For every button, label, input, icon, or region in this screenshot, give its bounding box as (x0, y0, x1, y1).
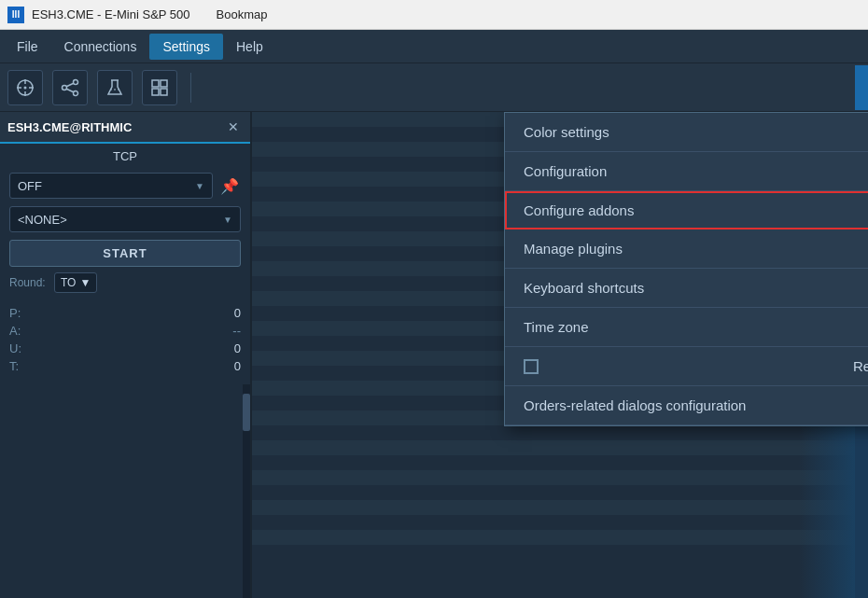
app-icon: III (7, 7, 24, 23)
toolbar (0, 63, 868, 112)
menu-item-time-zone[interactable]: Time zone ▶ (505, 308, 868, 347)
window-title: ESH3.CME - E-Mini S&P 500 (32, 7, 190, 21)
stat-label-u: U: (9, 341, 35, 355)
stat-label-t: T: (9, 359, 35, 373)
pin-icon[interactable]: 📌 (218, 175, 241, 197)
stat-value-a: -- (213, 324, 241, 338)
stat-value-t: 0 (213, 359, 241, 373)
svg-rect-16 (161, 89, 167, 95)
chart-area: Color settings Configuration Configure a… (252, 112, 868, 598)
stats-section: P: 0 A: -- U: 0 T: 0 (0, 299, 250, 384)
round-dropdown-arrow: ▼ (79, 276, 91, 289)
round-dropdown[interactable]: TO ▼ (54, 272, 97, 293)
left-panel-scrollthumb[interactable] (243, 394, 250, 431)
controls-section: OFF ▼ 📌 <NONE> ▼ START Round: TO ▼ (0, 167, 250, 299)
stat-value-p: 0 (213, 306, 241, 320)
tcp-label: TCP (0, 144, 250, 167)
svg-line-9 (66, 83, 74, 87)
svg-rect-14 (161, 80, 167, 87)
stat-row-t: T: 0 (9, 359, 241, 373)
flask-icon (105, 77, 125, 98)
toolbar-separator (190, 73, 191, 103)
off-dropdown-arrow: ▼ (195, 181, 204, 191)
menu-item-configuration[interactable]: Configuration (505, 152, 868, 191)
menu-help[interactable]: Help (223, 34, 276, 60)
flask-button[interactable] (97, 70, 133, 105)
stat-label-p: P: (9, 306, 35, 320)
off-dropdown-row: OFF ▼ 📌 (9, 173, 241, 199)
stat-value-u: 0 (213, 341, 241, 355)
stat-label-a: A: (9, 324, 35, 338)
share-icon (60, 77, 80, 98)
svg-rect-15 (152, 89, 159, 95)
menu-item-manage-plugins[interactable]: Manage plugins (505, 229, 868, 269)
menu-connections[interactable]: Connections (51, 34, 150, 60)
none-dropdown[interactable]: <NONE> ▼ (9, 206, 241, 232)
svg-point-8 (63, 85, 67, 90)
stat-row-p: P: 0 (9, 306, 241, 320)
svg-point-5 (24, 86, 27, 89)
menu-item-orders-dialogs[interactable]: Orders-related dialogs configuration (505, 386, 868, 425)
menu-bar: File Connections Settings Help (0, 30, 868, 63)
title-bar: III ESH3.CME - E-Mini S&P 500 Bookmap (0, 0, 868, 30)
left-panel: ESH3.CME@RITHMIC ✕ TCP OFF ▼ 📌 <NONE> ▼ (0, 112, 252, 598)
round-row: Round: TO ▼ (9, 272, 241, 293)
layout-button[interactable] (142, 70, 177, 105)
menu-file[interactable]: File (4, 34, 51, 60)
svg-point-7 (74, 90, 78, 95)
svg-point-6 (74, 79, 78, 84)
none-dropdown-row: <NONE> ▼ (9, 206, 241, 232)
tab-title: ESH3.CME@RITHMIC (7, 120, 224, 134)
reset-zoom-checkbox[interactable] (524, 359, 539, 374)
menu-item-color-settings[interactable]: Color settings (505, 113, 868, 152)
svg-rect-13 (152, 80, 159, 87)
svg-line-10 (66, 89, 74, 92)
menu-item-configure-addons[interactable]: Configure addons (505, 191, 868, 229)
menu-item-reset-zoom[interactable]: Reset zoom on subscription (505, 347, 868, 386)
app-name: Bookmap (217, 7, 268, 21)
stat-row-a: A: -- (9, 324, 241, 338)
start-button[interactable]: START (9, 240, 241, 267)
stat-row-u: U: 0 (9, 341, 241, 355)
crosshair-button[interactable] (7, 70, 43, 105)
tab-close-button[interactable]: ✕ (224, 118, 243, 136)
tab-header: ESH3.CME@RITHMIC ✕ (0, 112, 250, 144)
menu-item-keyboard-shortcuts[interactable]: Keyboard shortcuts (505, 269, 868, 308)
off-dropdown[interactable]: OFF ▼ (9, 173, 213, 199)
main-layout: ESH3.CME@RITHMIC ✕ TCP OFF ▼ 📌 <NONE> ▼ (0, 112, 868, 598)
share-button[interactable] (52, 70, 88, 105)
settings-dropdown-menu: Color settings Configuration Configure a… (504, 112, 868, 426)
left-panel-scrolltrack (243, 384, 250, 598)
round-label: Round: (9, 276, 49, 289)
crosshair-icon (15, 77, 35, 98)
none-dropdown-arrow: ▼ (223, 215, 232, 225)
toolbar-right-indicator (855, 65, 868, 110)
menu-settings[interactable]: Settings (149, 34, 223, 60)
layout-icon (149, 77, 170, 98)
